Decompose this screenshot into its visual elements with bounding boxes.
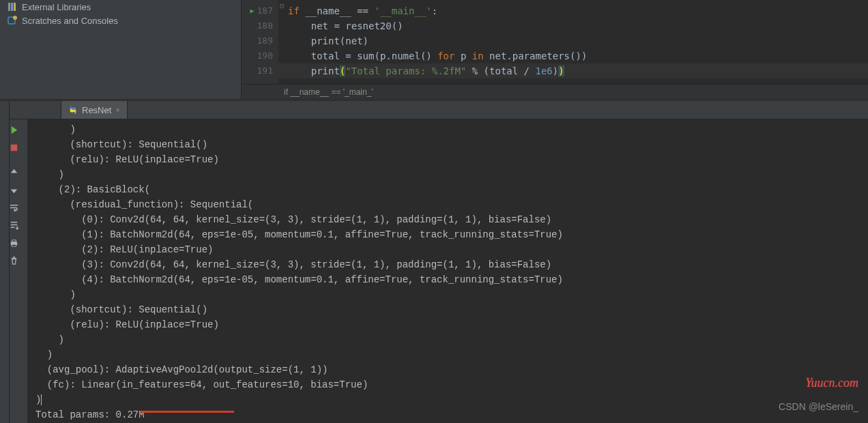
- external-libraries-node[interactable]: External Libraries: [0, 0, 241, 14]
- watermark-csdn: CSDN @leSerein_: [779, 401, 858, 412]
- run-gutter-icon[interactable]: ▶: [250, 3, 254, 18]
- close-icon[interactable]: ×: [115, 106, 119, 114]
- scratches-icon: [7, 15, 18, 26]
- project-tree[interactable]: External Libraries Scratches and Console…: [0, 0, 242, 99]
- svg-rect-0: [8, 3, 10, 11]
- external-libraries-label: External Libraries: [22, 2, 91, 12]
- code-line-191[interactable]: print("Total params: %.2fM" % (total / 1…: [278, 63, 868, 78]
- library-icon: [7, 1, 18, 12]
- code-editor[interactable]: ▶187 188 189 190 191 ⊟ ⊟ if __name__ == …: [242, 0, 868, 99]
- run-tab-label: ResNet: [82, 105, 111, 115]
- run-tool-window: un: ResNet × ): [0, 101, 868, 423]
- scratches-label: Scratches and Consoles: [22, 16, 118, 26]
- run-tab-resnet[interactable]: ResNet ×: [61, 101, 128, 119]
- console-output[interactable]: ) (shortcut): Sequential() (relu): ReLU(…: [27, 119, 868, 423]
- left-tool-stripe[interactable]: [0, 102, 10, 423]
- code-line-188[interactable]: net = resnet20(): [278, 18, 868, 33]
- watermark-yuucn: Yuucn.com: [805, 376, 858, 390]
- svg-point-4: [13, 16, 17, 20]
- run-header-spacer: [10, 101, 61, 119]
- svg-rect-8: [12, 244, 16, 246]
- annotation-underline: [140, 411, 234, 413]
- breadcrumb[interactable]: if __name__ == '_main_': [242, 84, 868, 99]
- scratches-node[interactable]: Scratches and Consoles: [0, 14, 241, 27]
- svg-rect-2: [14, 3, 16, 11]
- svg-rect-5: [10, 144, 16, 150]
- svg-rect-7: [12, 239, 16, 242]
- code-line-189[interactable]: print(net): [278, 33, 868, 48]
- code-line-187[interactable]: if __name__ == '__main__':: [278, 3, 868, 18]
- svg-rect-1: [11, 3, 13, 11]
- code-line-190[interactable]: total = sum(p.numel() for p in net.param…: [278, 48, 868, 63]
- python-file-icon: [68, 105, 78, 115]
